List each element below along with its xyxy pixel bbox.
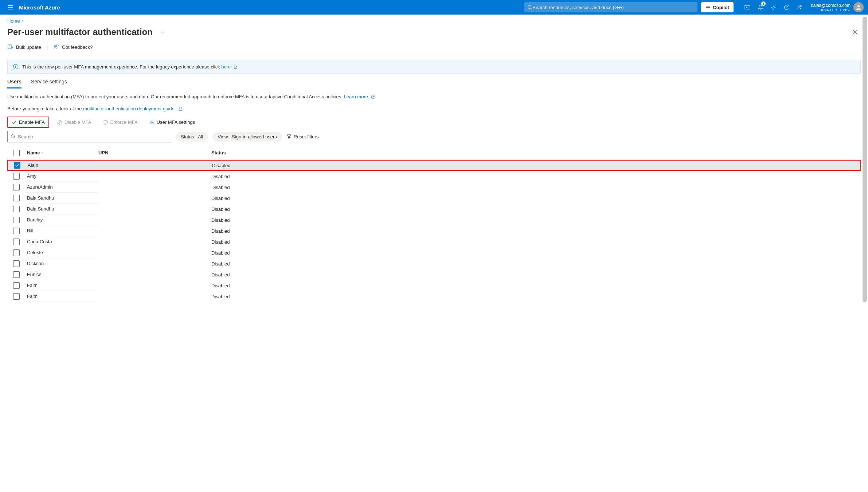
- disable-mfa-button[interactable]: Disable MFA: [54, 117, 95, 127]
- enforce-mfa-button[interactable]: Enforce MFA: [99, 117, 141, 127]
- row-checkbox[interactable]: [13, 271, 20, 278]
- column-status[interactable]: Status: [211, 150, 861, 156]
- row-status: Disabled: [211, 174, 861, 179]
- close-button[interactable]: [850, 27, 861, 38]
- help-button[interactable]: [780, 0, 793, 15]
- hamburger-menu-button[interactable]: [4, 1, 16, 13]
- table-row[interactable]: FaithDisabled: [7, 280, 861, 291]
- status-filter-pill[interactable]: Status : All: [176, 132, 208, 142]
- feedback-link[interactable]: Got feedback?: [53, 44, 93, 50]
- svg-point-0: [528, 5, 531, 9]
- breadcrumb-home[interactable]: Home: [7, 18, 20, 24]
- feedback-button[interactable]: [793, 0, 806, 15]
- sort-up-icon: ↑: [41, 151, 43, 155]
- learn-more-link[interactable]: Learn more: [344, 94, 368, 99]
- row-name: Dickson: [26, 258, 98, 269]
- tab-service-settings[interactable]: Service settings: [31, 79, 67, 88]
- copilot-button[interactable]: Copilot: [701, 2, 734, 12]
- select-all-checkbox[interactable]: [13, 150, 20, 156]
- table-row[interactable]: Bala SandhuDisabled: [7, 193, 861, 204]
- bulk-update-button[interactable]: Bulk update: [7, 44, 41, 50]
- table-search-input[interactable]: [18, 134, 168, 139]
- row-checkbox[interactable]: [13, 206, 20, 212]
- row-checkbox[interactable]: [14, 162, 20, 169]
- tabs: Users Service settings: [0, 74, 868, 89]
- table-search[interactable]: [7, 131, 171, 142]
- deployment-guide-link[interactable]: multifactor authentication deployment gu…: [83, 106, 176, 111]
- row-status: Disabled: [211, 196, 861, 201]
- view-filter-pill[interactable]: View : Sign-in allowed users: [212, 132, 282, 142]
- row-status: Disabled: [212, 163, 860, 168]
- row-checkbox[interactable]: [13, 173, 20, 180]
- notifications-button[interactable]: 1: [754, 0, 767, 15]
- row-checkbox[interactable]: [13, 239, 20, 245]
- svg-point-13: [11, 135, 15, 138]
- row-status: Disabled: [211, 239, 861, 245]
- gear-icon: [771, 4, 777, 10]
- row-name: Eunice: [26, 269, 98, 280]
- table-row[interactable]: FaithDisabled: [7, 291, 861, 302]
- global-search-input[interactable]: [532, 5, 695, 10]
- row-checkbox[interactable]: [13, 293, 20, 300]
- column-upn[interactable]: UPN: [98, 150, 211, 156]
- table-row[interactable]: CelesteDisabled: [7, 247, 861, 258]
- row-checkbox[interactable]: [13, 260, 20, 267]
- table-header: Name ↑ UPN Status: [7, 146, 861, 160]
- row-status: Disabled: [211, 261, 861, 267]
- row-name: AzureAdmin: [26, 182, 98, 193]
- table-row[interactable]: BillDisabled: [7, 225, 861, 236]
- person-feedback-icon: [53, 44, 59, 50]
- enable-mfa-button[interactable]: Enable MFA: [7, 117, 49, 128]
- settings-button[interactable]: [767, 0, 780, 15]
- external-link-icon: [179, 107, 183, 111]
- row-checkbox[interactable]: [13, 217, 20, 223]
- row-checkbox[interactable]: [13, 195, 20, 201]
- row-status: Disabled: [211, 185, 861, 190]
- account-email: balas@contoso.com: [811, 3, 851, 8]
- close-icon: [853, 29, 858, 35]
- table-row[interactable]: AzureAdminDisabled: [7, 182, 861, 193]
- row-name: Bala Sandhu: [26, 204, 98, 214]
- intro-text-2: Before you begin, take a look at the mul…: [0, 99, 868, 111]
- bulk-update-icon: [7, 44, 13, 50]
- table-row[interactable]: AmyDisabled: [7, 171, 861, 182]
- table-row[interactable]: Bala SandhuDisabled: [7, 204, 861, 214]
- row-status: Disabled: [211, 294, 861, 299]
- page-scrollbar[interactable]: [862, 15, 867, 302]
- row-name: Carla Costa: [26, 236, 98, 247]
- tab-users[interactable]: Users: [7, 79, 21, 88]
- copilot-icon: [705, 5, 711, 10]
- table-row[interactable]: BarclayDisabled: [7, 214, 861, 225]
- table-row[interactable]: EuniceDisabled: [7, 269, 861, 280]
- row-status: Disabled: [211, 217, 861, 223]
- row-checkbox[interactable]: [13, 184, 20, 190]
- avatar[interactable]: [853, 2, 864, 12]
- column-name[interactable]: Name ↑: [26, 150, 98, 156]
- top-header: Microsoft Azure Copilot 1 balas@contoso.…: [0, 0, 868, 15]
- legacy-link[interactable]: here: [221, 64, 231, 70]
- row-status: Disabled: [211, 272, 861, 278]
- reset-filters-button[interactable]: Reset filters: [286, 134, 319, 139]
- gear-icon: [149, 120, 155, 125]
- cloud-shell-button[interactable]: [741, 0, 754, 15]
- table-row[interactable]: DicksonDisabled: [7, 258, 861, 269]
- global-search[interactable]: [524, 2, 697, 12]
- avatar-icon: [855, 4, 862, 11]
- filter-reset-icon: [286, 134, 292, 139]
- more-actions-button[interactable]: ⋯: [160, 29, 165, 35]
- user-mfa-settings-button[interactable]: User MFA settings: [146, 117, 199, 127]
- row-name: Bala Sandhu: [26, 193, 98, 204]
- table-row[interactable]: AlainDisabled: [7, 160, 861, 171]
- row-checkbox[interactable]: [13, 228, 20, 234]
- row-checkbox[interactable]: [13, 249, 20, 256]
- account-role: IDENTITY IT PRO: [811, 8, 851, 12]
- search-icon: [527, 5, 532, 10]
- table-row[interactable]: Carla CostaDisabled: [7, 236, 861, 247]
- account-info[interactable]: balas@contoso.com IDENTITY IT PRO: [811, 3, 851, 12]
- block-icon: [57, 120, 62, 125]
- cloud-shell-icon: [744, 4, 750, 10]
- scrollbar-thumb[interactable]: [863, 17, 867, 302]
- notification-badge: 1: [761, 1, 766, 6]
- row-checkbox[interactable]: [13, 282, 20, 289]
- row-name: Bill: [26, 225, 98, 236]
